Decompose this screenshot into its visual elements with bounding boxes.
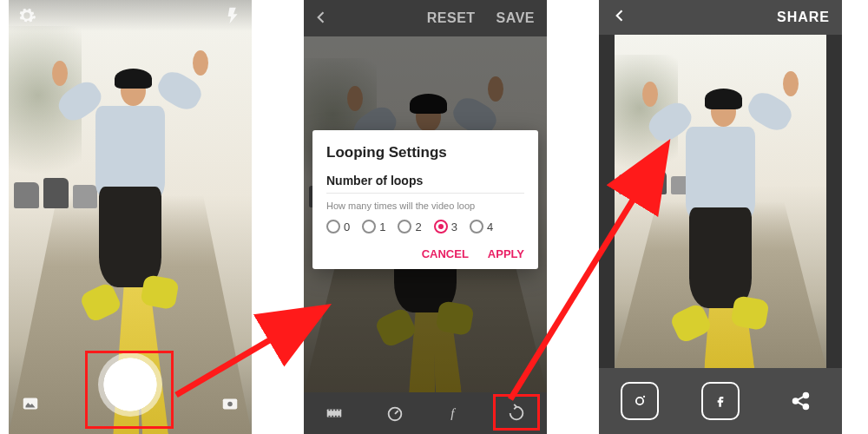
loop-option-2[interactable]: 2 — [398, 220, 421, 233]
share-icon[interactable] — [782, 382, 820, 420]
loop-option-4[interactable]: 4 — [470, 220, 493, 233]
svg-text:f: f — [450, 406, 456, 420]
gear-icon[interactable] — [17, 6, 36, 25]
dialog-help-text: How many times will the video loop — [326, 201, 524, 211]
looping-settings-dialog: Looping Settings Number of loops How man… — [312, 130, 538, 269]
shutter-button[interactable] — [98, 352, 162, 417]
facebook-icon[interactable] — [701, 382, 740, 420]
back-icon[interactable] — [611, 7, 628, 28]
svg-point-4 — [389, 408, 402, 421]
editor-topbar: RESET SAVE — [304, 0, 547, 36]
fx-icon[interactable]: f — [444, 402, 467, 424]
share-topbar: SHARE — [599, 0, 842, 35]
editor-toolbar: f — [304, 392, 547, 434]
speedometer-icon[interactable] — [384, 402, 406, 424]
camera-screen — [9, 0, 252, 434]
svg-point-7 — [643, 396, 645, 398]
reset-button[interactable]: RESET — [427, 10, 476, 26]
switch-camera-icon[interactable] — [220, 394, 240, 413]
film-icon[interactable] — [323, 402, 345, 424]
save-button[interactable]: SAVE — [496, 10, 535, 26]
svg-point-2 — [227, 402, 233, 407]
loop-count-radios: 0 1 2 3 4 — [326, 220, 524, 233]
loop-option-0[interactable]: 0 — [326, 220, 350, 233]
share-screen: SHARE — [599, 0, 842, 434]
apply-button[interactable]: APPLY — [488, 247, 524, 260]
share-preview — [615, 35, 826, 368]
instagram-icon[interactable] — [621, 382, 659, 420]
share-bar — [599, 368, 842, 434]
share-title: SHARE — [777, 10, 830, 25]
gallery-icon[interactable] — [21, 394, 40, 413]
editor-screen: RESET SAVE Looping Settings Number of lo… — [304, 0, 547, 434]
back-icon[interactable] — [312, 9, 330, 30]
loop-option-1[interactable]: 1 — [362, 220, 385, 233]
dialog-subtitle: Number of loops — [326, 174, 524, 187]
svg-point-6 — [636, 398, 643, 404]
dialog-title: Looping Settings — [326, 144, 524, 161]
loop-option-3[interactable]: 3 — [434, 220, 457, 233]
loop-icon[interactable] — [505, 402, 528, 424]
flash-icon[interactable] — [224, 6, 243, 25]
cancel-button[interactable]: CANCEL — [422, 247, 469, 260]
